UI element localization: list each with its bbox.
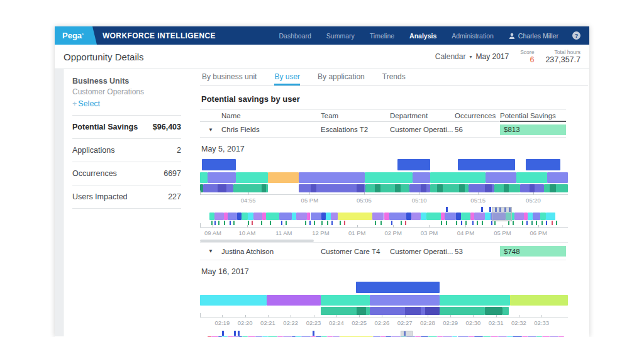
timeline-segment	[236, 172, 268, 183]
timeline-segment	[389, 213, 406, 220]
marker-dash	[508, 221, 509, 225]
axis-tick-label: 06 PM	[530, 229, 547, 236]
column-team[interactable]: Team	[321, 110, 390, 122]
collapse-caret-icon[interactable]: ▼	[200, 248, 221, 254]
nav-item-analysis[interactable]: Analysis	[409, 32, 436, 40]
business-units-title: Business Units	[72, 77, 181, 86]
user-menu[interactable]: Charles Miller	[509, 26, 558, 45]
timeline-segment	[440, 295, 510, 306]
timeline-segment	[228, 213, 237, 220]
timeline-detail-row[interactable]	[200, 184, 568, 192]
marker-dash	[546, 221, 547, 225]
marker-dash	[286, 221, 287, 225]
axis-tick-label: 05:05	[357, 197, 372, 204]
nav-item-dashboard[interactable]: Dashboard	[279, 32, 311, 40]
marker-dash	[541, 221, 543, 225]
timeline-segment	[421, 184, 426, 192]
overview-scrollbar[interactable]	[200, 240, 568, 242]
day-overview[interactable]	[200, 331, 568, 337]
timeline-segment	[430, 172, 486, 183]
marker-dash	[281, 221, 282, 225]
axis-tick-label: 02:30	[466, 319, 481, 326]
nav-item-summary[interactable]: Summary	[326, 32, 355, 40]
marker-dash	[248, 221, 249, 225]
timeline-segment	[242, 213, 248, 220]
marker-dash	[446, 221, 447, 225]
column-name[interactable]: Name	[221, 110, 321, 122]
selection-box[interactable]	[401, 331, 413, 337]
timeline-segment	[209, 213, 215, 220]
overview-axis: 09 AM10 AM11 AM12 PM01 PM02 PM03 PM04 PM…	[200, 227, 568, 237]
timeline-segment	[546, 213, 555, 220]
timeline-activity-row[interactable]	[200, 295, 568, 306]
axis-tick-label: 01 PM	[348, 229, 365, 236]
marker-dash	[441, 221, 442, 225]
score-metric: Score 6	[520, 49, 534, 64]
table-row-chris-fields[interactable]: ▼ Chris Fields Escalations T2 Customer O…	[200, 122, 566, 138]
timeline-axis: 02:1902:2002:2102:2202:2302:2402:2502:26…	[200, 317, 568, 327]
timeline-segment	[248, 213, 253, 220]
overview-strip[interactable]	[200, 213, 568, 220]
timeline-segment	[200, 240, 314, 242]
tab-by-business-unit[interactable]: By business unit	[202, 72, 257, 86]
timeline-segment	[524, 213, 528, 220]
marker-dash	[380, 221, 382, 225]
marker-dash	[526, 221, 528, 225]
column-occurrences[interactable]: Occurrences	[455, 110, 500, 122]
axis-tick-label: 11 AM	[275, 229, 292, 236]
selection-box[interactable]	[492, 207, 512, 221]
collapse-caret-icon[interactable]: ▼	[200, 127, 221, 133]
day-overview[interactable]: 09 AM10 AM11 AM12 PM01 PM02 PM03 PM04 PM…	[200, 207, 568, 242]
plus-icon: +	[72, 99, 77, 108]
nav-item-administration[interactable]: Administration	[452, 32, 494, 40]
chevron-down-icon: ▾	[469, 54, 472, 60]
column-department[interactable]: Department	[390, 110, 455, 122]
timeline-segment	[474, 213, 486, 220]
stat-value: $96,403	[153, 123, 181, 131]
total-hours-value: 237,357.7	[545, 55, 580, 64]
axis-tick-label: 09 AM	[204, 229, 221, 236]
app-window: Pega° WORKFORCE INTELLIGENCE Dashboard S…	[55, 26, 589, 337]
timeline-segment	[356, 282, 440, 293]
sidebar: Business Units Customer Operations +Sele…	[63, 69, 190, 336]
timeline-detail-row[interactable]	[200, 307, 568, 315]
timeline-application-row[interactable]	[200, 282, 568, 293]
timeline-segment	[292, 213, 296, 220]
tab-bar: By business unit By user By application …	[200, 69, 588, 86]
calendar-value: May 2017	[475, 52, 509, 61]
timeline-segment	[299, 172, 365, 183]
column-potential-savings[interactable]: Potential Savings	[500, 110, 566, 122]
product-title: WORKFORCE INTELLIGENCE	[92, 26, 216, 45]
axis-tick-label: 04 PM	[457, 229, 474, 236]
tab-by-application[interactable]: By application	[318, 72, 365, 86]
marker-dash	[536, 221, 537, 225]
calendar-dropdown[interactable]: Calendar ▾ May 2017	[435, 52, 509, 61]
select-link[interactable]: +Select	[72, 99, 181, 108]
timeline-segment	[426, 213, 441, 220]
user-icon	[509, 33, 515, 39]
timeline-application-row[interactable]	[200, 159, 568, 170]
table-row-justina-atchison[interactable]: ▼ Justina Atchison Customer Care T4 Cust…	[200, 243, 566, 260]
timeline-panel-may5: May 5, 2017 04:5505 PM05:0505:1005:1505:…	[200, 138, 568, 243]
timeline-segment	[224, 213, 228, 220]
timeline-segment	[321, 295, 370, 306]
timeline-segment	[406, 213, 412, 220]
axis-tick-label: 10 AM	[238, 229, 255, 236]
tab-by-user[interactable]: By user	[274, 72, 300, 86]
timeline-segment	[421, 213, 426, 220]
help-icon[interactable]: ?	[572, 31, 580, 40]
stat-potential-savings: Potential Savings $96,403	[72, 115, 181, 138]
timeline-segment	[338, 213, 372, 220]
total-hours-label: Total hours	[545, 49, 580, 55]
marker-dash	[214, 221, 216, 225]
axis-tick-label: 02:20	[238, 319, 253, 326]
tab-trends[interactable]: Trends	[382, 72, 406, 86]
pega-logo-text: Pega	[62, 31, 82, 40]
timeline-activity-row[interactable]	[200, 172, 568, 183]
event-tick	[481, 207, 483, 212]
marker-dash	[305, 221, 306, 225]
axis-tick-label: 02:22	[283, 319, 298, 326]
nav-item-timeline[interactable]: Timeline	[370, 32, 394, 40]
marker-dash	[472, 221, 474, 225]
timeline-segment	[411, 213, 421, 220]
